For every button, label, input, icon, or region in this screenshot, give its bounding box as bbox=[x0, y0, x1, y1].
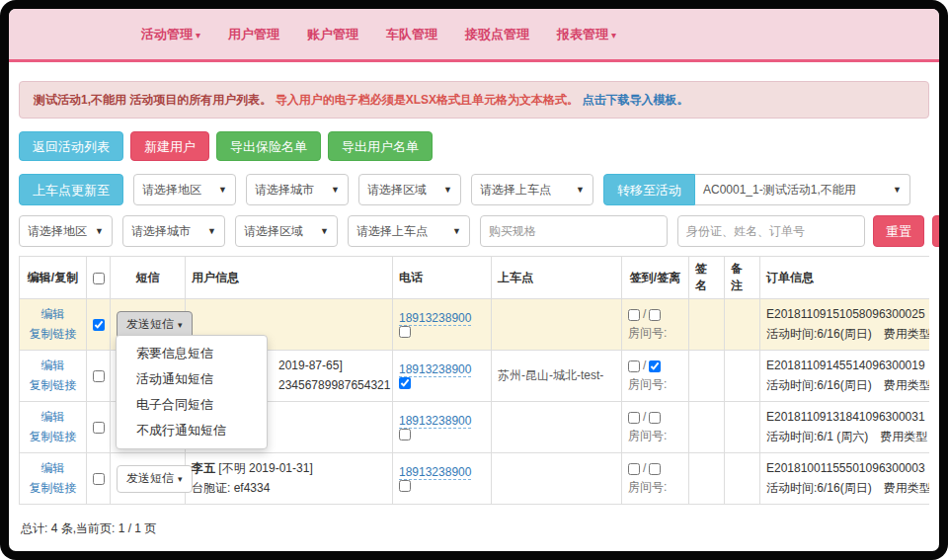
nav-item-report-management[interactable]: 报表管理▾ bbox=[543, 26, 630, 43]
checkout-checkbox[interactable] bbox=[649, 360, 661, 372]
edit-link[interactable]: 编辑 bbox=[26, 408, 80, 427]
nav-item-activity-management[interactable]: 活动管理▾ bbox=[127, 26, 214, 43]
alert-banner: 测试活动1,不能用 活动项目的所有用户列表。 导入用户的电子档必须是XLSX格式… bbox=[19, 81, 929, 119]
phone-checkbox[interactable] bbox=[399, 326, 411, 338]
phone-link[interactable]: 18913238900 bbox=[399, 311, 471, 326]
caret-down-icon: ▾ bbox=[178, 474, 183, 484]
caret-down-icon: ▾ bbox=[178, 320, 183, 330]
nav-item-fleet-management[interactable]: 车队管理 bbox=[372, 26, 451, 43]
row-checkbox[interactable] bbox=[93, 370, 105, 382]
checkin-checkbox[interactable] bbox=[628, 463, 640, 475]
header-user-info: 用户信息 bbox=[186, 257, 393, 299]
back-to-activity-list-button[interactable]: 返回活动列表 bbox=[19, 131, 123, 161]
pickup-point-cell bbox=[492, 299, 622, 351]
copy-link[interactable]: 复制链接 bbox=[26, 479, 80, 498]
pickup-point-select-2[interactable]: 请选择上车点▼ bbox=[348, 215, 470, 247]
filter-row-2: 请选择地区▼ 请选择城市▼ 请选择区域▼ 请选择上车点▼ 重置 过滤 bbox=[19, 215, 929, 247]
row-checkbox[interactable] bbox=[93, 319, 105, 331]
phone-checkbox[interactable] bbox=[399, 429, 411, 440]
target-activity-select[interactable]: AC0001_1-测试活动1,不能用▼ bbox=[695, 174, 910, 205]
pickup-point-cell bbox=[492, 453, 622, 505]
checkout-checkbox[interactable] bbox=[649, 412, 661, 424]
nav-item-user-management[interactable]: 用户管理 bbox=[214, 26, 293, 43]
order-detail: 活动时间:6/16(周日) 费用类型 bbox=[766, 325, 929, 344]
copy-link[interactable]: 复制链接 bbox=[26, 376, 80, 395]
phone-checkbox[interactable] bbox=[399, 377, 411, 389]
export-user-list-button[interactable]: 导出用户名单 bbox=[328, 131, 433, 161]
header-edit-copy: 编辑/复制 bbox=[20, 257, 87, 299]
nav-item-shuttle-point-management[interactable]: 接驳点管理 bbox=[451, 26, 543, 43]
purchase-spec-input[interactable] bbox=[480, 215, 668, 247]
transfer-to-activity-button[interactable]: 转移至活动 bbox=[603, 174, 695, 205]
download-template-link[interactable]: 点击下载导入模板。 bbox=[582, 93, 688, 107]
row-checkbox[interactable] bbox=[93, 422, 105, 434]
room-number-label: 房间号: bbox=[628, 376, 682, 393]
top-navbar: 活动管理▾ 用户管理 账户管理 车队管理 接驳点管理 报表管理▾ bbox=[9, 9, 939, 62]
header-phone: 电话 bbox=[393, 257, 492, 299]
caret-down-icon: ▼ bbox=[443, 185, 452, 195]
search-input[interactable] bbox=[677, 215, 865, 247]
menu-item-activity-notice-sms[interactable]: 活动通知短信 bbox=[117, 366, 267, 392]
edit-link[interactable]: 编辑 bbox=[26, 357, 80, 375]
copy-link[interactable]: 复制链接 bbox=[26, 428, 80, 446]
district-select[interactable]: 请选择区域▼ bbox=[358, 174, 461, 205]
district-select-2[interactable]: 请选择区域▼ bbox=[235, 215, 338, 247]
menu-item-request-info-sms[interactable]: 索要信息短信 bbox=[117, 341, 267, 366]
region-select[interactable]: 请选择地区▼ bbox=[133, 174, 236, 205]
order-number: E20181109131841096300031 bbox=[766, 408, 929, 427]
new-user-button[interactable]: 新建用户 bbox=[130, 131, 209, 161]
export-insurance-list-button[interactable]: 导出保险名单 bbox=[216, 131, 321, 161]
caret-down-icon: ▼ bbox=[576, 185, 585, 195]
caret-down-icon: ▼ bbox=[452, 226, 461, 236]
checkout-checkbox[interactable] bbox=[649, 463, 661, 475]
phone-link[interactable]: 18913238900 bbox=[399, 362, 471, 377]
user-info-line2: 23456789987654321 bbox=[278, 376, 386, 395]
pagination-summary: 总计: 4 条,当前页: 1 / 1 页 bbox=[19, 520, 929, 537]
row-checkbox[interactable] bbox=[93, 473, 105, 485]
phone-link[interactable]: 18913238900 bbox=[399, 414, 471, 429]
send-sms-button[interactable]: 发送短信▾ bbox=[117, 465, 193, 493]
checkin-checkbox[interactable] bbox=[628, 412, 640, 424]
checkin-checkbox[interactable] bbox=[628, 309, 640, 321]
header-checkin-checkout: 签到/签离 bbox=[622, 257, 689, 299]
user-info-line1: 李五 [不明 2019-01-31] bbox=[192, 459, 386, 478]
phone-checkbox[interactable] bbox=[399, 480, 411, 492]
order-number: E20181001155501096300003 bbox=[766, 459, 929, 478]
menu-item-trip-cancel-notice-sms[interactable]: 不成行通知短信 bbox=[117, 418, 267, 443]
header-signature: 签名 bbox=[689, 257, 725, 299]
phone-link[interactable]: 18913238900 bbox=[399, 465, 471, 480]
header-order-info: 订单信息 bbox=[760, 257, 930, 299]
pickup-point-cell: 苏州-昆山-城北-test- bbox=[492, 351, 622, 402]
reset-button[interactable]: 重置 bbox=[873, 215, 924, 247]
header-sms: 短信 bbox=[111, 257, 186, 299]
caret-down-icon: ▼ bbox=[331, 185, 340, 195]
checkout-checkbox[interactable] bbox=[649, 309, 661, 321]
pickup-point-select[interactable]: 请选择上车点▼ bbox=[471, 174, 593, 205]
caret-down-icon: ▼ bbox=[95, 226, 104, 236]
select-all-checkbox[interactable] bbox=[93, 273, 105, 284]
room-number-label: 房间号: bbox=[628, 428, 682, 444]
caret-down-icon: ▼ bbox=[320, 226, 329, 236]
edit-link[interactable]: 编辑 bbox=[26, 459, 80, 478]
filter-button[interactable]: 过滤 bbox=[932, 215, 939, 247]
order-number: E20181109145514096300019 bbox=[766, 357, 929, 375]
table-header-row: 编辑/复制 短信 用户信息 电话 上车点 签到/签离 签名 备注 订单信息 bbox=[20, 257, 930, 299]
room-number-label: 房间号: bbox=[628, 325, 682, 342]
copy-link[interactable]: 复制链接 bbox=[26, 325, 80, 344]
update-pickup-point-button[interactable]: 上车点更新至 bbox=[19, 174, 123, 205]
pickup-point-cell bbox=[492, 402, 622, 453]
edit-link[interactable]: 编辑 bbox=[26, 305, 80, 324]
nav-item-account-management[interactable]: 账户管理 bbox=[293, 26, 372, 43]
city-select-2[interactable]: 请选择城市▼ bbox=[122, 215, 225, 247]
menu-item-e-contract-sms[interactable]: 电子合同短信 bbox=[117, 392, 267, 418]
caret-down-icon: ▼ bbox=[207, 226, 216, 236]
screenshot-frame: 活动管理▾ 用户管理 账户管理 车队管理 接驳点管理 报表管理▾ 测试活动1,不… bbox=[0, 0, 948, 560]
caret-down-icon: ▾ bbox=[611, 30, 616, 40]
user-info-line2: 台胞证: ef4334 bbox=[192, 479, 386, 498]
alert-warning-text: 导入用户的电子档必须是XLSX格式且单元格为文本格式。 bbox=[276, 93, 579, 107]
order-detail: 活动时间:6/16(周日) 费用类型 bbox=[766, 376, 929, 395]
region-select-2[interactable]: 请选择地区▼ bbox=[19, 215, 113, 247]
checkin-checkbox[interactable] bbox=[628, 360, 640, 372]
order-detail: 活动时间:6/16(周日) 费用类型 bbox=[766, 479, 929, 498]
city-select[interactable]: 请选择城市▼ bbox=[246, 174, 349, 205]
